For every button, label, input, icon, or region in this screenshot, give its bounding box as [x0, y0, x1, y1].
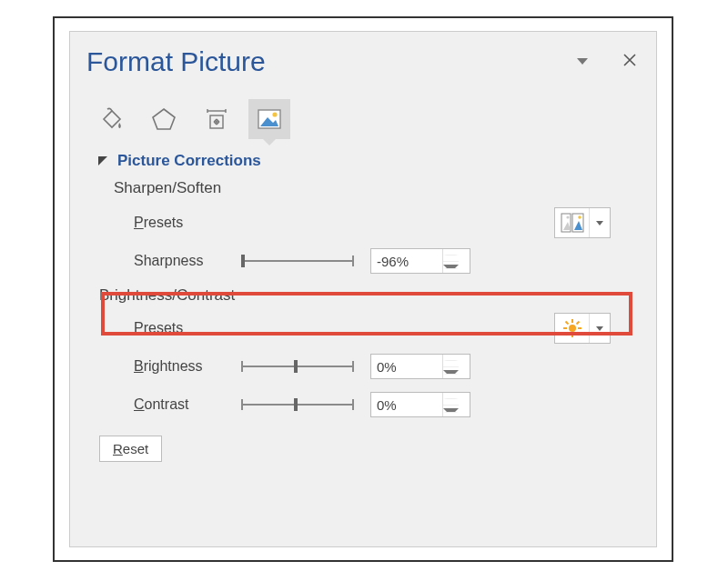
contrast-row: Contrast	[134, 388, 636, 421]
chevron-down-icon	[576, 57, 589, 66]
paint-bucket-icon	[97, 105, 125, 133]
contrast-spinbox[interactable]	[370, 392, 470, 417]
tab-fill-line[interactable]	[90, 99, 132, 139]
brightness-label: Brightness	[134, 358, 230, 375]
pane-menu-dropdown[interactable]	[574, 54, 591, 70]
svg-marker-12	[98, 156, 107, 165]
pane-title: Format Picture	[86, 46, 574, 77]
tab-picture[interactable]	[248, 99, 290, 139]
contrast-slider[interactable]	[236, 396, 359, 413]
tab-size-properties[interactable]	[196, 99, 238, 139]
svg-marker-0	[577, 58, 588, 65]
brightness-contrast-label: Brightness/Contrast	[99, 286, 640, 305]
brightness-row: Brightness	[134, 350, 636, 383]
pane-header: Format Picture	[70, 32, 656, 83]
spin-up[interactable]	[443, 393, 459, 406]
svg-point-18	[578, 215, 581, 219]
pentagon-icon	[150, 105, 177, 133]
contrast-input[interactable]	[371, 393, 442, 416]
section-title: Picture Corrections	[117, 152, 261, 170]
svg-marker-1	[153, 109, 175, 129]
category-tabs	[70, 83, 656, 141]
sharpness-label: Sharpness	[134, 253, 230, 269]
dropdown-caret	[590, 314, 610, 343]
spin-down[interactable]	[443, 406, 459, 417]
sharpen-preset-icon	[555, 208, 590, 237]
brightness-spinbox[interactable]	[370, 354, 470, 379]
svg-line-26	[565, 333, 568, 336]
picture-corrections-section: Picture Corrections Sharpen/Soften Prese…	[70, 141, 656, 462]
bc-presets-label: Presets	[134, 320, 230, 336]
format-picture-pane: Format Picture	[69, 31, 657, 547]
svg-point-19	[569, 325, 576, 332]
presets-label: Presets	[134, 215, 230, 231]
sharpness-input[interactable]	[371, 249, 442, 273]
svg-point-16	[566, 215, 569, 218]
svg-point-11	[272, 112, 277, 116]
bc-presets-button[interactable]	[554, 313, 611, 344]
size-icon	[203, 105, 230, 133]
sharpen-soften-label: Sharpen/Soften	[114, 179, 640, 197]
brightness-slider[interactable]	[236, 358, 359, 375]
brightness-preset-icon	[555, 314, 590, 343]
spin-up[interactable]	[443, 249, 459, 262]
close-button[interactable]	[623, 54, 640, 70]
window-border: Format Picture	[53, 16, 673, 562]
contrast-label: Contrast	[134, 396, 230, 413]
reset-button[interactable]: Reset	[99, 436, 162, 462]
picture-icon	[256, 105, 283, 133]
svg-line-24	[565, 322, 568, 325]
svg-line-27	[576, 322, 579, 325]
brightness-input[interactable]	[371, 355, 442, 378]
sharpen-presets-row: Presets	[134, 206, 636, 239]
bc-presets-row: Presets	[134, 312, 636, 345]
tab-effects[interactable]	[143, 99, 185, 139]
expand-triangle-icon	[97, 155, 108, 166]
sharpness-slider[interactable]	[236, 253, 359, 269]
svg-line-25	[576, 333, 579, 336]
spin-down[interactable]	[443, 262, 459, 274]
sharpen-presets-button[interactable]	[554, 207, 611, 238]
spin-up[interactable]	[443, 355, 459, 367]
spin-down[interactable]	[443, 367, 459, 379]
close-icon	[623, 54, 640, 66]
dropdown-caret	[590, 208, 610, 237]
sharpness-row: Sharpness	[134, 245, 636, 277]
sharpness-spinbox[interactable]	[370, 248, 470, 274]
section-header[interactable]: Picture Corrections	[90, 152, 640, 170]
